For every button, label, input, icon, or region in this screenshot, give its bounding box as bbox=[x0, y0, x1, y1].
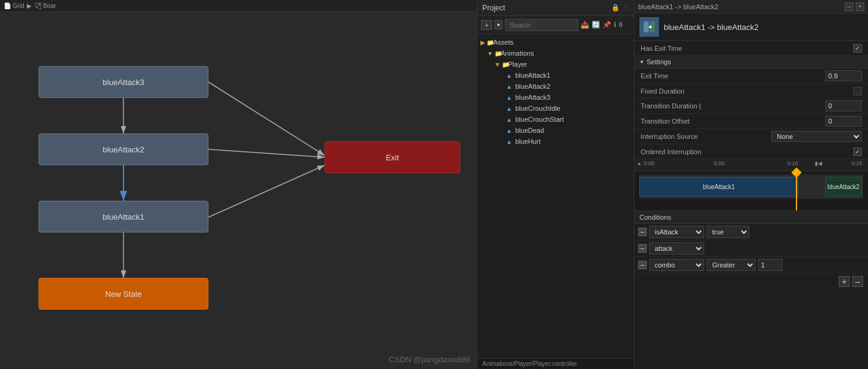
condition-param-2[interactable]: attack bbox=[649, 242, 704, 255]
boar-nav-item[interactable]: 🏹 Boar bbox=[34, 2, 56, 9]
condition-row-isattack: – isAttack true false bbox=[634, 224, 868, 240]
ordered-interruption-checkbox[interactable]: ✓ bbox=[853, 147, 862, 156]
svg-line-7 bbox=[208, 165, 325, 217]
interruption-source-row: Interruption Source None Source State De… bbox=[634, 129, 868, 144]
interruption-source-label: Interruption Source bbox=[641, 133, 771, 140]
has-exit-time-checkbox[interactable]: ✓ bbox=[853, 44, 862, 53]
condition-param-1[interactable]: isAttack bbox=[649, 226, 704, 238]
exit-time-input[interactable] bbox=[825, 70, 862, 81]
tree-item-label: blueCrouchStart bbox=[515, 116, 564, 123]
remove-condition-1[interactable]: – bbox=[638, 228, 647, 236]
tree-blueattack3[interactable]: ▲ blueAttack3 bbox=[477, 92, 634, 103]
breadcrumb-bar: 📄 Grid ▶ 🏹 Boar bbox=[0, 0, 477, 12]
svg-line-6 bbox=[208, 149, 325, 157]
collapse-icon: ▼ bbox=[639, 59, 644, 65]
info-icon[interactable]: ℹ bbox=[614, 21, 616, 29]
lock-icon[interactable]: 🔒 bbox=[611, 4, 620, 12]
transition-icon bbox=[639, 17, 659, 37]
has-exit-time-row: Has Exit Time ✓ bbox=[634, 41, 868, 56]
svg-rect-8 bbox=[644, 21, 649, 32]
transition-duration-label: Transition Duration ( bbox=[641, 102, 825, 110]
anim-icon: ▲ bbox=[504, 136, 514, 146]
folder-icon: ▼ 📁 bbox=[490, 48, 499, 58]
search-input[interactable] bbox=[505, 19, 578, 31]
conditions-header[interactable]: Conditions bbox=[634, 211, 868, 224]
minimize-button[interactable]: – bbox=[845, 2, 853, 11]
state-blueattack3[interactable]: blueAttack3 bbox=[39, 66, 208, 98]
transition-name: blueAttack1 -> blueAttack2 bbox=[664, 23, 759, 32]
state-new-state[interactable]: New State bbox=[39, 278, 208, 310]
inspector-titlebar: blueAttack1 -> blueAttack2 – + bbox=[634, 0, 868, 13]
ordered-interruption-label: Ordered Interruption bbox=[641, 148, 853, 155]
add-button[interactable]: + bbox=[481, 20, 492, 30]
add-remove-conditions: + – bbox=[634, 274, 868, 289]
timeline-tracks: blueAttack1 blueAttack2 bbox=[634, 171, 868, 211]
interruption-source-select[interactable]: None Source State Destination State Sour… bbox=[771, 131, 862, 142]
transition-duration-row: Transition Duration ( bbox=[634, 99, 868, 114]
conditions-section: Conditions – isAttack true false – attac… bbox=[634, 211, 868, 369]
transition-header: blueAttack1 -> blueAttack2 bbox=[634, 13, 868, 41]
project-toolbar: + ▾ 📥 🔄 📌 ℹ 8 bbox=[477, 16, 634, 34]
tree-player[interactable]: ▼ 📁 Player bbox=[477, 59, 634, 70]
count-badge: 8 bbox=[619, 21, 622, 28]
expand-button[interactable]: + bbox=[856, 2, 864, 11]
anim-icon: ▲ bbox=[504, 125, 514, 135]
condition-operator-3[interactable]: Greater Less Equals NotEqual bbox=[707, 259, 756, 271]
clip-label: blueAttack1 bbox=[703, 184, 735, 190]
project-panel: Project 🔒 ⋮ + ▾ 📥 🔄 📌 ℹ 8 ▶ 📁 Assets ▼ 📁… bbox=[477, 0, 634, 369]
ruler-0:10b: ▮◀ bbox=[815, 160, 822, 166]
clip-label: blueAttack2 bbox=[828, 184, 859, 190]
transition-duration-input[interactable] bbox=[825, 100, 862, 111]
state-blueattack2[interactable]: blueAttack2 bbox=[39, 133, 208, 165]
tree-item-label: blueAttack1 bbox=[515, 72, 550, 79]
tree-assets[interactable]: ▶ 📁 Assets bbox=[477, 37, 634, 48]
tree-item-label: blueAttack2 bbox=[515, 83, 550, 90]
project-footer: Animations/Player/Player.controller bbox=[477, 358, 634, 369]
settings-label: Settings bbox=[647, 58, 671, 65]
fixed-duration-row: Fixed Duration ✓ bbox=[634, 84, 868, 99]
refresh-icon[interactable]: 🔄 bbox=[592, 21, 600, 29]
timeline-playhead bbox=[796, 171, 797, 211]
condition-param-3[interactable]: combo bbox=[649, 259, 704, 271]
remove-condition-button[interactable]: – bbox=[852, 276, 863, 287]
clip-blueattack2[interactable]: blueAttack2 bbox=[825, 177, 862, 196]
ruler-0:00: 0:00 bbox=[644, 160, 655, 166]
fixed-duration-label: Fixed Duration bbox=[641, 88, 853, 95]
anim-icon: ▲ bbox=[504, 114, 514, 124]
remove-condition-3[interactable]: – bbox=[638, 261, 647, 269]
fixed-duration-checkbox[interactable]: ✓ bbox=[853, 87, 862, 95]
timeline-ruler: ● 0:00 0:05 0:10 ▮◀ 0:15 bbox=[634, 159, 868, 171]
project-header: Project 🔒 ⋮ bbox=[477, 0, 634, 16]
pin-icon[interactable]: 📌 bbox=[603, 21, 611, 29]
tree-item-label: blueAttack3 bbox=[515, 94, 550, 101]
conditions-label: Conditions bbox=[639, 214, 671, 221]
footer-path: Animations/Player/Player.controller bbox=[482, 360, 577, 367]
tree-bluedead[interactable]: ▲ blueDead bbox=[477, 125, 634, 136]
tree-item-label: Assets bbox=[493, 39, 513, 46]
tree-item-label: Animations bbox=[501, 50, 534, 57]
playhead-marker: ● bbox=[638, 161, 641, 167]
remove-condition-2[interactable]: – bbox=[638, 244, 647, 253]
tree-bluecouchidle[interactable]: ▲ blueCrouchIdle bbox=[477, 103, 634, 114]
dropdown-button[interactable]: ▾ bbox=[495, 20, 502, 29]
import-icon[interactable]: 📥 bbox=[581, 21, 589, 29]
tree-blueattack1[interactable]: ▲ blueAttack1 bbox=[477, 70, 634, 81]
state-blueattack1[interactable]: blueAttack1 bbox=[39, 201, 208, 233]
grid-nav-item[interactable]: 📄 Grid bbox=[4, 2, 24, 9]
condition-value-3[interactable] bbox=[758, 259, 782, 271]
folder-icon: ▶ 📁 bbox=[482, 37, 492, 47]
tree-blueattack2[interactable]: ▲ blueAttack2 bbox=[477, 81, 634, 92]
tree-bluecrouchstart[interactable]: ▲ blueCrouchStart bbox=[477, 114, 634, 125]
clip-blueattack1[interactable]: blueAttack1 bbox=[639, 177, 798, 196]
add-condition-button[interactable]: + bbox=[839, 276, 850, 287]
ruler-0:05: 0:05 bbox=[714, 160, 725, 166]
settings-section-header[interactable]: ▼ Settings bbox=[634, 56, 868, 69]
state-exit[interactable]: Exit bbox=[325, 141, 460, 173]
tree-item-label: Player bbox=[508, 61, 527, 68]
tree-bluehurt[interactable]: ▲ blueHurt bbox=[477, 136, 634, 147]
condition-value-1[interactable]: true false bbox=[707, 226, 749, 238]
tree-animations[interactable]: ▼ 📁 Animations bbox=[477, 48, 634, 59]
menu-icon[interactable]: ⋮ bbox=[622, 4, 629, 12]
transition-offset-input[interactable] bbox=[825, 116, 862, 127]
file-tree: ▶ 📁 Assets ▼ 📁 Animations ▼ 📁 Player ▲ b… bbox=[477, 34, 634, 358]
